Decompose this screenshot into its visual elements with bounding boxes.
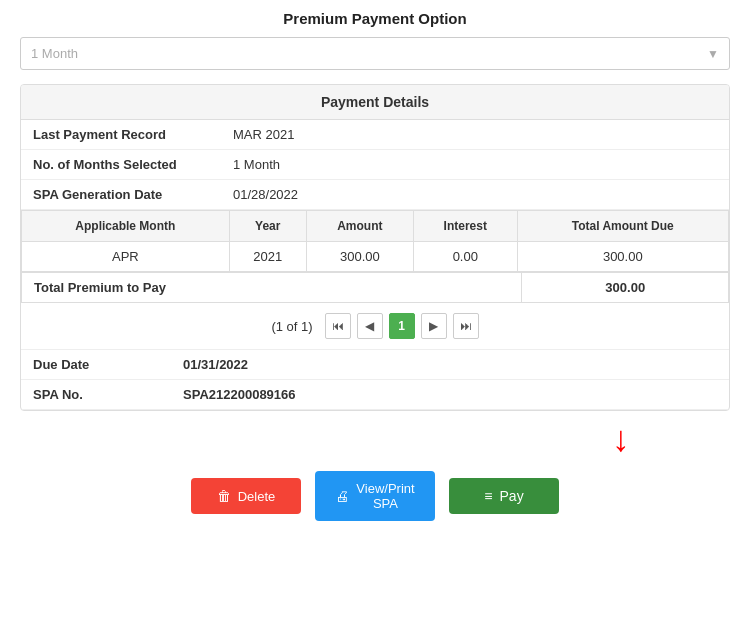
month-dropdown[interactable]: 1 Month ▼ [20, 37, 730, 70]
trash-icon: 🗑 [217, 488, 231, 504]
pay-button[interactable]: ≡ Pay [449, 478, 559, 514]
due-date-label: Due Date [21, 350, 171, 380]
row-month: APR [22, 242, 230, 272]
spa-date-value: 01/28/2022 [221, 180, 729, 210]
spa-no-label: SPA No. [21, 380, 171, 410]
total-value: 300.00 [522, 273, 729, 303]
info-table: Last Payment Record MAR 2021 No. of Mont… [21, 120, 729, 210]
table-row: APR 2021 300.00 0.00 300.00 [22, 242, 729, 272]
pagination-next-button[interactable]: ▶ [421, 313, 447, 339]
card-header: Payment Details [21, 85, 729, 120]
row-year: 2021 [229, 242, 306, 272]
months-selected-value: 1 Month [221, 150, 729, 180]
col-header-interest: Interest [413, 211, 517, 242]
spa-no-value: SPA212200089166 [171, 380, 729, 410]
col-header-amount: Amount [306, 211, 413, 242]
list-item: SPA Generation Date 01/28/2022 [21, 180, 729, 210]
due-date-value: 01/31/2022 [171, 350, 729, 380]
bottom-info-table: Due Date 01/31/2022 SPA No. SPA212200089… [21, 350, 729, 410]
pagination-last-button[interactable]: ⏭ [453, 313, 479, 339]
payment-data-table: Applicable Month Year Amount Interest To… [21, 210, 729, 272]
col-header-total: Total Amount Due [517, 211, 728, 242]
last-payment-value: MAR 2021 [221, 120, 729, 150]
row-amount: 300.00 [306, 242, 413, 272]
pay-button-label: Pay [500, 488, 524, 504]
row-total: 300.00 [517, 242, 728, 272]
col-header-month: Applicable Month [22, 211, 230, 242]
months-selected-label: No. of Months Selected [21, 150, 221, 180]
row-interest: 0.00 [413, 242, 517, 272]
list-item: SPA No. SPA212200089166 [21, 380, 729, 410]
delete-button[interactable]: 🗑 Delete [191, 478, 301, 514]
total-table: Total Premium to Pay 300.00 [21, 272, 729, 303]
delete-button-label: Delete [238, 489, 276, 504]
viewprint-button[interactable]: 🖨 View/Print SPA [315, 471, 435, 521]
payment-details-card: Payment Details Last Payment Record MAR … [20, 84, 730, 411]
last-payment-label: Last Payment Record [21, 120, 221, 150]
arrow-indicator: ↓ [20, 421, 730, 457]
total-premium-row: Total Premium to Pay 300.00 [22, 273, 729, 303]
pagination-label: (1 of 1) [271, 319, 312, 334]
chevron-down-icon: ▼ [707, 47, 719, 61]
pay-icon: ≡ [484, 488, 492, 504]
pagination-prev-button[interactable]: ◀ [357, 313, 383, 339]
total-label: Total Premium to Pay [22, 273, 522, 303]
pagination-row: (1 of 1) ⏮ ◀ 1 ▶ ⏭ [21, 303, 729, 350]
down-arrow-icon: ↓ [612, 421, 630, 457]
pagination-first-button[interactable]: ⏮ [325, 313, 351, 339]
list-item: Due Date 01/31/2022 [21, 350, 729, 380]
list-item: Last Payment Record MAR 2021 [21, 120, 729, 150]
action-buttons-row: 🗑 Delete 🖨 View/Print SPA ≡ Pay [20, 461, 730, 531]
spa-date-label: SPA Generation Date [21, 180, 221, 210]
printer-icon: 🖨 [335, 488, 349, 504]
page-title: Premium Payment Option [20, 10, 730, 27]
list-item: No. of Months Selected 1 Month [21, 150, 729, 180]
col-header-year: Year [229, 211, 306, 242]
viewprint-button-label: View/Print SPA [356, 481, 414, 511]
pagination-current-button[interactable]: 1 [389, 313, 415, 339]
dropdown-placeholder: 1 Month [31, 46, 78, 61]
